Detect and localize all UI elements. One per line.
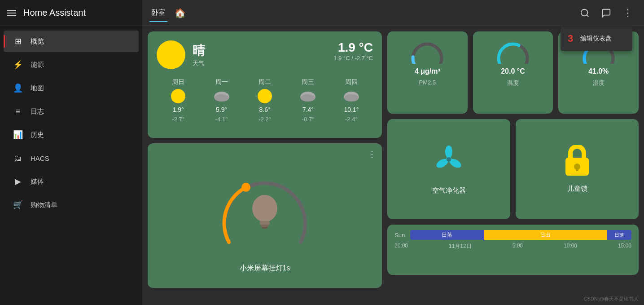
forecast-low-1: -4.1°	[215, 116, 228, 123]
sunrise-label: 日出	[540, 231, 551, 239]
svg-rect-26	[576, 167, 578, 171]
forecast-icon-3	[299, 89, 317, 103]
forecast-high-4: 10.1°	[344, 106, 359, 113]
tab-home[interactable]: 🏠	[173, 4, 188, 22]
nav-icon-shopping: 🛒	[13, 199, 23, 210]
svg-point-5	[215, 94, 229, 102]
weather-temp-right: 1.9 °C 1.9 °C / -2.7 °C	[333, 40, 373, 62]
weather-top: 晴 天气 1.9 °C 1.9 °C / -2.7 °C	[157, 40, 373, 69]
nav-icon-energy: ⚡	[13, 59, 23, 70]
light-name: 小米屏幕挂灯1s	[240, 264, 290, 273]
sidebar-item-log[interactable]: ≡日志	[4, 101, 139, 122]
svg-rect-17	[261, 225, 269, 227]
nav-label-overview: 概览	[31, 37, 44, 46]
sidebar-item-history[interactable]: 📊历史	[4, 124, 139, 146]
gauge-svg-temp	[495, 39, 531, 64]
forecast-icon-2	[256, 89, 274, 103]
gauge-svg-pm25	[409, 39, 445, 64]
weather-condition-label: 天气	[193, 59, 205, 67]
light-dial-container[interactable]	[215, 157, 314, 256]
purifier-label: 空气净化器	[432, 186, 466, 195]
forecast-icon-1	[213, 89, 231, 103]
forecast-day-label-2: 周二	[258, 78, 271, 86]
forecast-low-4: -2.4°	[345, 116, 358, 123]
weather-temp: 1.9 °C	[333, 40, 373, 55]
nav-icon-log: ≡	[13, 106, 23, 117]
nav-icon-hacs: 🗂	[13, 153, 23, 164]
svg-rect-16	[260, 221, 270, 225]
forecast-day-3: 周三 7.4° -0.7°	[286, 78, 329, 123]
gauge-value-humidity: 41.0%	[588, 67, 609, 75]
search-button[interactable]	[576, 4, 594, 22]
sun-timeline-card: Sun 日落 日出 日落 20:00 1	[387, 225, 639, 275]
forecast-low-0: -2.7°	[172, 116, 184, 123]
gauge-value-pm25: 4 μg/m³	[415, 67, 440, 75]
timeline-time-4: 10:00	[564, 243, 577, 250]
annotation-3-icon: 3	[568, 33, 573, 44]
light-card: ⋮ 小米屏幕挂灯1s	[148, 143, 382, 288]
weather-sun-icon	[157, 40, 185, 69]
sunset-label-1: 日落	[442, 231, 452, 239]
app-title: Home Assistant	[23, 8, 86, 18]
svg-point-13	[344, 94, 359, 102]
gauge-value-temp: 20.0 °C	[501, 67, 525, 75]
svg-point-15	[252, 195, 277, 222]
svg-point-20	[445, 146, 452, 158]
gauge-label-humidity: 湿度	[593, 79, 605, 87]
tab-bedroom[interactable]: 卧室	[149, 4, 167, 21]
light-dial-svg[interactable]	[215, 157, 314, 256]
forecast-day-label-0: 周日	[172, 78, 184, 86]
gauge-label-temp: 温度	[507, 79, 519, 87]
gauge-card-pm25: 4 μg/m³ PM2.5	[387, 31, 468, 114]
fan-icon	[433, 144, 464, 181]
sidebar-item-hacs[interactable]: 🗂HACS	[4, 147, 139, 169]
dashboard: 晴 天气 1.9 °C 1.9 °C / -2.7 °C 周日 1.9° -2.…	[142, 26, 644, 305]
hamburger-menu-button[interactable]	[7, 10, 16, 16]
weather-left: 晴 天气	[157, 40, 205, 69]
topbar-icons: ⋮ 3 编辑仪表盘	[576, 4, 637, 22]
child-lock-label: 儿童锁	[567, 185, 587, 193]
forecast-high-0: 1.9°	[173, 106, 184, 113]
nav-label-history: 历史	[31, 131, 44, 139]
sidebar-item-shopping[interactable]: 🛒购物清单	[4, 194, 139, 216]
weather-card: 晴 天气 1.9 °C 1.9 °C / -2.7 °C 周日 1.9° -2.…	[148, 31, 382, 138]
chat-button[interactable]	[597, 4, 615, 22]
weather-description: 晴 天气	[193, 42, 205, 67]
topbar: 卧室 🏠 ⋮ 3 编辑仪表盘	[142, 0, 644, 26]
forecast-day-1: 周一 5.9° -4.1°	[200, 78, 243, 123]
topbar-tabs: 卧室 🏠	[149, 4, 188, 22]
sidebar-item-overview[interactable]: ⊞概览	[4, 31, 139, 52]
main-content: 卧室 🏠 ⋮ 3 编辑仪表盘	[142, 0, 644, 305]
nav-icon-map: 👤	[13, 83, 23, 93]
sidebar-item-map[interactable]: 👤地图	[4, 77, 139, 99]
forecast-low-2: -2.2°	[258, 116, 271, 123]
nav-label-shopping: 购物清单	[31, 201, 57, 209]
purifier-card[interactable]: 空气净化器	[387, 119, 510, 219]
timeline-labels: 20:00 11月12日 5:00 10:00 15:00	[394, 243, 631, 250]
appliances-row: 空气净化器 儿童锁	[387, 119, 639, 219]
nav-icon-media: ▶	[13, 176, 23, 187]
forecast-high-2: 8.6°	[259, 106, 270, 113]
svg-line-1	[587, 15, 588, 17]
more-button[interactable]: ⋮	[619, 4, 637, 22]
sidebar-item-media[interactable]: ▶媒体	[4, 171, 139, 192]
forecast-high-3: 7.4°	[302, 106, 314, 113]
gauge-card-temp: 20.0 °C 温度	[473, 31, 553, 114]
nav-label-map: 地图	[31, 84, 44, 93]
child-lock-card[interactable]: 儿童锁	[516, 119, 639, 219]
light-card-menu-button[interactable]: ⋮	[368, 149, 377, 159]
nav-label-hacs: HACS	[31, 155, 49, 162]
forecast-day-label-3: 周三	[302, 78, 314, 86]
timeline-time-1: 20:00	[394, 243, 408, 250]
forecast-icon-4	[342, 89, 360, 103]
nav-icon-history: 📊	[13, 129, 23, 140]
forecast-day-0: 周日 1.9° -2.7°	[157, 78, 200, 123]
sidebar-item-energy[interactable]: ⚡能源	[4, 54, 139, 75]
edit-dashboard-item[interactable]: 3 编辑仪表盘	[561, 28, 632, 49]
sun-day-label: Sun	[394, 232, 405, 239]
weather-condition: 晴	[193, 42, 205, 59]
forecast-day-4: 周四 10.1° -2.4°	[330, 78, 373, 123]
watermark: CSDN @春天不是读书人	[584, 296, 639, 302]
nav-icon-overview: ⊞	[13, 36, 23, 47]
gauge-label-pm25: PM2.5	[419, 79, 436, 86]
